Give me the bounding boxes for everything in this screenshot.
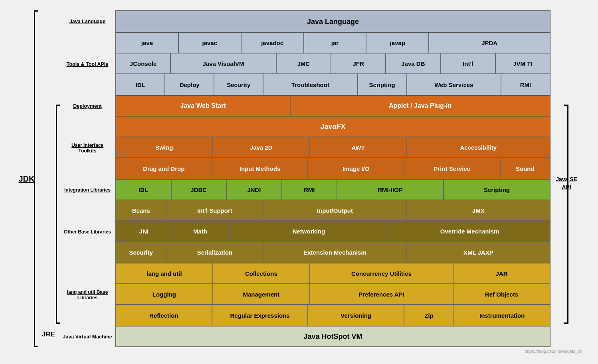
cell-draganddrop: Drag and Drop xyxy=(116,158,212,179)
cell-inputoutput: Input/Output xyxy=(263,200,407,220)
cell-extensionmechanism: Extension Mechanism xyxy=(263,242,407,263)
cell-javadoc: javadoc xyxy=(242,33,304,53)
deployment-content: Java Web Start Applet / Java Plug-in xyxy=(115,96,550,117)
cell-rmi-tools: RMI xyxy=(501,74,550,95)
cell-jdbc: JDBC xyxy=(172,180,227,200)
java-se-api-area: Java SE API xyxy=(550,10,582,347)
cell-troubleshoot: Troubleshoot xyxy=(263,74,358,95)
cell-jmx: JMX xyxy=(407,200,550,220)
lang-row-2: Logging Management Preferences API Ref O… xyxy=(116,284,550,305)
javafx-row: JavaFX xyxy=(116,117,550,137)
integration-content: IDL JDBC JNDI RMI RMI-IIOP Scripting xyxy=(115,180,550,200)
deployment-section: Deployment Java Web Start Applet / Java … xyxy=(59,96,550,117)
other-base-section: Other Base Libraries Beans Int'l Support… xyxy=(59,200,550,263)
cell-overridemechanism: Override Mechanism xyxy=(390,221,550,241)
cell-preferencesapi: Preferences API xyxy=(310,284,453,304)
cell-jmc: JMC xyxy=(277,53,331,73)
tools-row-3: IDL Deploy Security Troubleshoot Scripti… xyxy=(116,74,550,95)
cell-concurrencyutils: Concurrency Utilities xyxy=(310,263,453,283)
cell-webservices: Web Services xyxy=(407,74,501,95)
integration-label: Integration Libraries xyxy=(59,180,115,200)
lang-row-3: Reflection Regular Expressions Versionin… xyxy=(116,305,550,326)
cell-serialization: Serialization xyxy=(166,242,263,263)
cell-instrumentation: Instrumentation xyxy=(454,305,550,326)
cell-java: java xyxy=(116,33,179,53)
jvm-label: Java Virtual Machine xyxy=(59,326,115,347)
cell-versioning: Versioning xyxy=(308,305,404,326)
cell-beans: Beans xyxy=(116,200,166,220)
lang-util-label: lang and util Base Libraries xyxy=(59,263,115,326)
other-row-3: Security Serialization Extension Mechani… xyxy=(116,242,550,263)
cell-javac: javac xyxy=(179,33,242,53)
cell-jndi: JNDI xyxy=(227,180,282,200)
jre-bracket-area: JRE xyxy=(38,10,59,347)
cell-logging: Logging xyxy=(116,284,213,304)
ui-content: JavaFX Swing Java 2D AWT Accessibility D… xyxy=(115,117,550,180)
cell-javadb: Java DB xyxy=(386,53,441,73)
lang-row-1: lang and util Collections Concurrency Ut… xyxy=(116,263,550,284)
cell-rmiiiop: RMI-IIOP xyxy=(337,180,444,200)
other-base-content: Beans Int'l Support Input/Output JMX JNI… xyxy=(115,200,550,263)
tools-label: Tools & Tool APIs xyxy=(59,33,115,96)
cell-javafx: JavaFX xyxy=(116,117,550,136)
cell-awt: AWT xyxy=(310,137,407,157)
cell-jni: JNI xyxy=(116,221,172,241)
integration-section: Integration Libraries IDL JDBC JNDI RMI … xyxy=(59,180,550,200)
other-base-label: Other Base Libraries xyxy=(59,200,115,263)
cell-javawebstart: Java Web Start xyxy=(116,96,291,116)
cell-intl: Int'l xyxy=(441,53,496,73)
cell-applet: Applet / Java Plug-in xyxy=(291,96,550,116)
jre-label: JRE xyxy=(42,330,55,338)
cell-regularexpressions: Regular Expressions xyxy=(212,305,309,326)
cell-idl-int: IDL xyxy=(116,180,172,200)
cell-deploy: Deploy xyxy=(165,74,214,95)
cell-java2d: Java 2D xyxy=(213,137,310,157)
cell-javap: javap xyxy=(366,33,429,53)
jdk-bracket-area: JDK xyxy=(16,10,38,347)
tools-content: java javac javadoc jar javap JPDA JConso… xyxy=(115,33,550,96)
cell-security-tools: Security xyxy=(214,74,263,95)
tools-row-2: JConsole Java VisualVM JMC JFR Java DB I… xyxy=(116,53,550,74)
tools-row-1: java javac javadoc jar javap JPDA xyxy=(116,33,550,53)
jdk-label: JDK xyxy=(18,174,34,184)
tools-section: Tools & Tool APIs java javac javadoc jar… xyxy=(59,33,550,96)
cell-printservice: Print Service xyxy=(404,158,501,179)
cell-math: Math xyxy=(172,221,229,241)
cell-jpda: JPDA xyxy=(429,33,550,53)
diagram-layout: JDK JRE Java Language Java Language Tool… xyxy=(16,10,582,347)
ui-row-1: Swing Java 2D AWT Accessibility xyxy=(116,137,550,158)
cell-rmi-int: RMI xyxy=(282,180,338,200)
deployment-label: Deployment xyxy=(59,96,115,117)
cell-scripting-tools: Scripting xyxy=(358,74,407,95)
java-language-label: Java Language xyxy=(59,10,115,33)
jvm-content: Java HotSpot VM xyxy=(115,326,550,347)
lang-util-content: lang and util Collections Concurrency Ut… xyxy=(115,263,550,326)
page-container: JDK JRE Java Language Java Language Tool… xyxy=(8,2,590,362)
cell-reflection: Reflection xyxy=(116,305,212,326)
cell-langutil: lang and util xyxy=(116,263,213,283)
cell-sound: Sound xyxy=(501,158,550,179)
java-se-bracket-line xyxy=(564,105,568,324)
watermark: https://blog.csdn.net/itcats_cn xyxy=(16,349,582,354)
cell-jar: JAR xyxy=(453,263,550,283)
cell-networking: Networking xyxy=(229,221,390,241)
other-row-2: JNI Math Networking Override Mechanism xyxy=(116,221,550,242)
jvm-section: Java Virtual Machine Java HotSpot VM xyxy=(59,326,550,347)
main-content: Java Language Java Language Tools & Tool… xyxy=(59,10,550,347)
other-row-1: Beans Int'l Support Input/Output JMX xyxy=(116,200,550,221)
ui-row-2: Drag and Drop Input Methods Image I/O Pr… xyxy=(116,158,550,179)
cell-management: Management xyxy=(213,284,310,304)
cell-scripting-int: Scripting xyxy=(444,180,550,200)
java-language-cell: Java Language xyxy=(116,11,550,32)
ui-label: User Interface Toolkits xyxy=(59,117,115,180)
cell-imageio: Image I/O xyxy=(308,158,404,179)
java-language-section: Java Language Java Language xyxy=(59,10,550,33)
jre-bracket-line xyxy=(56,105,60,324)
cell-jfr: JFR xyxy=(331,53,386,73)
cell-xmljaxp: XML JAXP xyxy=(407,242,550,263)
cell-collections: Collections xyxy=(213,263,310,283)
cell-idl-tools: IDL xyxy=(116,74,165,95)
cell-security-other: Security xyxy=(116,242,166,263)
cell-accessibility: Accessibility xyxy=(407,137,550,157)
cell-jar: jar xyxy=(304,33,367,53)
